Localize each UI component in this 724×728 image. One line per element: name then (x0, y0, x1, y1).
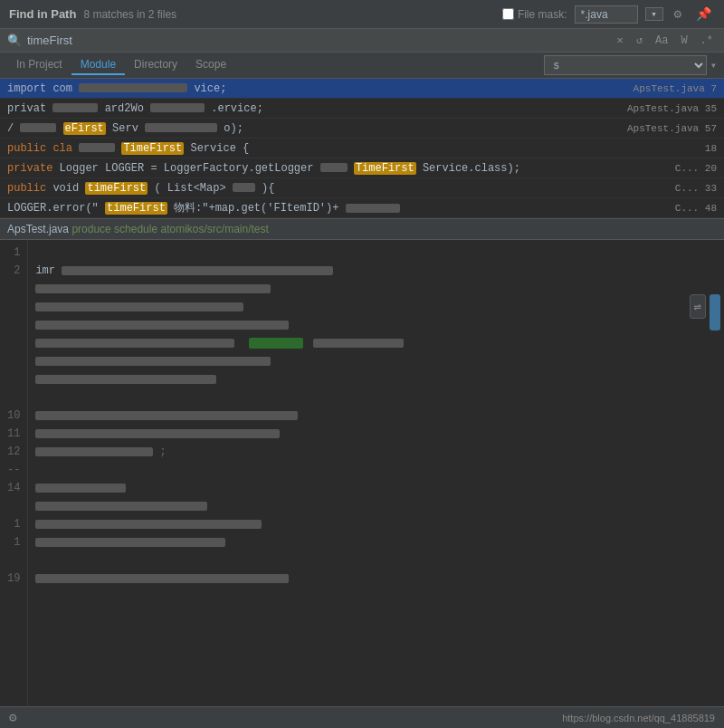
file-mask-dropdown[interactable]: ▾ (645, 7, 663, 21)
dialog-title: Find in Path (9, 7, 76, 21)
code-line: imr (35, 262, 717, 280)
blurred-text (62, 266, 333, 275)
blurred-text (313, 339, 404, 348)
blurred-text (35, 357, 271, 366)
blurred-text (79, 143, 115, 152)
search-highlight: timeFirst (85, 182, 148, 195)
code-line (35, 461, 717, 479)
blurred-text (346, 204, 400, 213)
blurred-text (35, 502, 207, 511)
case-sensitive-button[interactable]: Aa (652, 34, 672, 48)
result-row[interactable]: privat ard2Wo .ervice; ApsTest.java 35 (0, 99, 724, 119)
blurred-text (35, 321, 289, 330)
file-mask-input[interactable] (575, 5, 638, 24)
search-actions: ✕ ↺ Aa W .* (614, 33, 717, 48)
regex-button[interactable]: .* (697, 34, 717, 48)
code-line (35, 298, 717, 316)
blurred-text (233, 183, 255, 192)
blurred-text (35, 429, 280, 438)
result-code: import com vice; (7, 82, 626, 95)
tab-module[interactable]: Module (71, 55, 125, 75)
blurred-text (150, 103, 205, 112)
result-code: public cla TimeFirst Service { (7, 142, 698, 155)
code-line: ; (35, 443, 717, 461)
result-file: ApsTest.java 57 (627, 123, 717, 134)
search-value: timeFirst (27, 34, 608, 47)
result-row[interactable]: public cla TimeFirst Service { 18 (0, 139, 724, 158)
tab-in-project[interactable]: In Project (7, 55, 71, 75)
result-row[interactable]: private Logger LOGGER = LoggerFactory.ge… (0, 158, 724, 178)
result-file: C... 20 (675, 163, 717, 174)
file-mask-label: File mask: (518, 8, 567, 21)
result-code: private Logger LOGGER = LoggerFactory.ge… (7, 162, 668, 175)
whole-word-button[interactable]: W (677, 34, 691, 48)
scroll-indicator[interactable] (710, 294, 720, 330)
refresh-search-button[interactable]: ↺ (633, 33, 646, 48)
result-file: ApsTest.java 35 (627, 103, 717, 114)
blurred-text (35, 375, 216, 384)
blurred-text (79, 83, 187, 92)
code-line (35, 244, 717, 262)
blurred-text (35, 447, 153, 456)
result-row[interactable]: public void timeFirst ( List<Map> ){ C..… (0, 178, 724, 198)
code-line (35, 425, 717, 443)
status-bar: ⚙ https://blog.csdn.net/qq_41885819 (0, 706, 724, 728)
pin-icon[interactable]: 📌 (692, 5, 715, 24)
match-count: 8 matches in 2 files (83, 8, 176, 21)
scope-dropdown-arrow: ▾ (710, 59, 717, 72)
code-line (35, 352, 717, 370)
search-icon: 🔍 (7, 34, 22, 48)
search-bar: 🔍 timeFirst ✕ ↺ Aa W .* (0, 29, 724, 53)
code-line (35, 533, 717, 551)
results-list: import com vice; ApsTest.java 7 privat a… (0, 79, 724, 219)
search-highlight: TimeFirst (121, 142, 184, 155)
code-line (35, 479, 717, 497)
scope-tabs: In Project Module Directory Scope s ▾ (0, 53, 724, 79)
blurred-text (35, 574, 289, 583)
result-file: 18 (705, 143, 717, 154)
scope-select-input[interactable]: s (544, 55, 707, 75)
highlight-green (249, 338, 303, 349)
find-in-path-header: Find in Path 8 matches in 2 files File m… (0, 0, 724, 29)
code-lines: imr (28, 240, 724, 706)
blurred-text (20, 123, 56, 132)
scope-selector: s ▾ (544, 55, 717, 75)
result-code: privat ard2Wo .ervice; (7, 102, 620, 115)
code-line (35, 407, 717, 425)
blurred-text (35, 339, 234, 348)
settings-icon[interactable]: ⚙ (9, 710, 16, 725)
code-area: 1 2 10 11 12 -- 14 1 1 (0, 240, 724, 706)
code-line (35, 515, 717, 533)
preview-section: ApsTest.java produce schedule atomikos/s… (0, 219, 724, 706)
blurred-text (52, 103, 98, 112)
code-line (35, 570, 717, 588)
result-row[interactable]: import com vice; ApsTest.java 7 (0, 79, 724, 99)
result-file: C... 33 (675, 183, 717, 194)
format-icon-btn[interactable]: ⇌ (690, 294, 706, 319)
file-mask-checkbox[interactable]: File mask: (502, 8, 567, 21)
preview-filename: ApsTest.java (7, 223, 69, 235)
result-file: ApsTest.java 7 (634, 83, 717, 94)
preview-path: produce schedule atomikos/src/main/test (71, 223, 268, 235)
blurred-text (35, 484, 126, 493)
tab-directory[interactable]: Directory (125, 55, 186, 75)
line-numbers: 1 2 10 11 12 -- 14 1 1 (0, 240, 28, 706)
tab-scope[interactable]: Scope (186, 55, 235, 75)
code-line (35, 551, 717, 570)
search-highlight: TimeFirst (354, 162, 416, 175)
result-row[interactable]: LOGGER.error(" timeFirst 物料:"+map.get('F… (0, 198, 724, 218)
clear-search-button[interactable]: ✕ (614, 33, 627, 48)
filter-icon[interactable]: ⚙ (671, 5, 685, 24)
result-code: / eFirst Serv o); (7, 122, 620, 135)
code-line (35, 370, 717, 388)
preview-content[interactable]: 1 2 10 11 12 -- 14 1 1 (0, 240, 724, 706)
result-row[interactable]: / eFirst Serv o); ApsTest.java 57 (0, 119, 724, 139)
result-code: public void timeFirst ( List<Map> ){ (7, 182, 668, 195)
blurred-text (145, 123, 217, 132)
code-line (35, 388, 717, 407)
blurred-text (35, 302, 243, 311)
code-line (35, 316, 717, 334)
file-mask-toggle[interactable] (502, 8, 514, 20)
code-line (35, 280, 717, 298)
blurred-text (35, 538, 225, 547)
